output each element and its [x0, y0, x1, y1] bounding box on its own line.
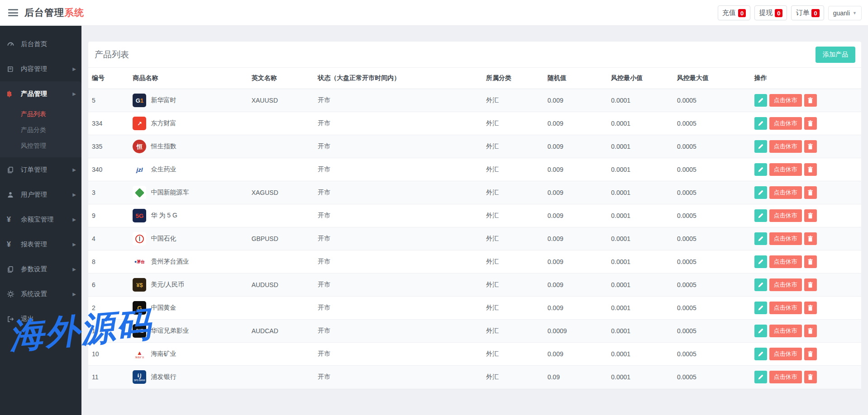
close-market-button[interactable]: 点击休市: [769, 325, 802, 337]
close-market-button[interactable]: 点击休市: [769, 302, 802, 314]
close-market-button[interactable]: 点击休市: [769, 278, 802, 291]
trash-icon: [807, 282, 813, 288]
edit-button[interactable]: [754, 325, 767, 337]
sidebar-item-后台首页[interactable]: 后台首页: [0, 32, 81, 57]
edit-button[interactable]: [754, 255, 767, 268]
row-risk-min: 0.0001: [607, 250, 673, 274]
sidebar-item-参数设置[interactable]: 参数设置▶: [0, 257, 81, 282]
edit-button[interactable]: [754, 209, 767, 222]
close-market-button[interactable]: 点击休市: [769, 209, 802, 222]
sidebar-item-用户管理[interactable]: 用户管理▶: [0, 182, 81, 207]
user-dropdown[interactable]: guanli ▼: [828, 6, 862, 20]
close-market-button[interactable]: 点击休市: [769, 255, 802, 268]
sidebar-item-label: 退出: [21, 315, 34, 323]
edit-button[interactable]: [754, 163, 767, 176]
edit-button[interactable]: [754, 371, 767, 383]
stat-button-提现[interactable]: 提现0: [754, 5, 787, 20]
row-actions: 点击休市: [751, 181, 861, 204]
delete-button[interactable]: [804, 255, 817, 268]
sidebar-subitem-产品分类[interactable]: 产品分类: [0, 122, 81, 138]
pencil-icon: [758, 282, 763, 288]
stat-count-badge: 0: [738, 9, 746, 17]
edit-button[interactable]: [754, 117, 767, 130]
row-category: 外汇: [482, 181, 544, 204]
pencil-icon: [758, 213, 763, 219]
column-header: 商品名称: [129, 68, 248, 89]
sidebar-item-报表管理[interactable]: ¥报表管理▶: [0, 232, 81, 257]
column-header: 编号: [88, 68, 129, 89]
close-market-button[interactable]: 点击休市: [769, 348, 802, 360]
row-status: 开市: [314, 181, 482, 204]
add-product-button[interactable]: 添加产品: [816, 47, 855, 63]
china-gold-logo: G: [133, 301, 146, 315]
delete-button[interactable]: [804, 371, 817, 383]
edit-button[interactable]: [754, 348, 767, 360]
edit-button[interactable]: [754, 94, 767, 107]
delete-button[interactable]: [804, 186, 817, 199]
user-icon: [7, 191, 18, 198]
delete-button[interactable]: [804, 232, 817, 245]
row-id: 5: [88, 89, 129, 112]
hamburger-menu-icon[interactable]: [8, 9, 18, 16]
delete-button[interactable]: [804, 209, 817, 222]
delete-button[interactable]: [804, 278, 817, 291]
close-market-button[interactable]: 点击休市: [769, 186, 802, 199]
row-product-name: 众生药业: [151, 165, 176, 174]
stat-button-订单[interactable]: 订单0: [791, 5, 824, 20]
row-status: 开市: [314, 297, 482, 320]
edit-button[interactable]: [754, 302, 767, 314]
stat-label: 提现: [759, 9, 773, 17]
delete-button[interactable]: [804, 140, 817, 153]
sidebar-item-退出[interactable]: 退出: [0, 307, 81, 331]
delete-button[interactable]: [804, 302, 817, 314]
edit-button[interactable]: [754, 232, 767, 245]
row-status: 开市: [314, 227, 482, 250]
close-market-button[interactable]: 点击休市: [769, 117, 802, 130]
table-row: 1华谊华谊兄弟影业AUDCAD开市外汇0.00090.00010.0005点击休…: [88, 320, 861, 343]
sidebar-item-label: 产品管理: [21, 90, 47, 98]
delete-button[interactable]: [804, 117, 817, 130]
row-product-name-cell: ●茅台贵州茅台酒业: [129, 250, 248, 274]
chevron-right-icon: ▶: [72, 242, 76, 247]
row-status: 开市: [314, 112, 482, 135]
stat-button-充值[interactable]: 充值0: [718, 5, 750, 20]
sidebar-item-label: 报表管理: [21, 240, 47, 249]
edit-button[interactable]: [754, 186, 767, 199]
close-market-button[interactable]: 点击休市: [769, 140, 802, 153]
row-product-name: 恒生指数: [151, 142, 176, 151]
row-product-name-cell: りSPD BANK浦发银行: [129, 366, 248, 389]
close-market-button[interactable]: 点击休市: [769, 232, 802, 245]
delete-button[interactable]: [804, 348, 817, 360]
sidebar-subitem-风控管理[interactable]: 风控管理: [0, 138, 81, 154]
row-id: 335: [88, 135, 129, 158]
delete-button[interactable]: [804, 94, 817, 107]
edit-button[interactable]: [754, 278, 767, 291]
pencil-icon: [758, 328, 763, 334]
trash-icon: [807, 143, 813, 150]
pencil-icon: [758, 190, 763, 196]
close-market-button[interactable]: 点击休市: [769, 94, 802, 107]
delete-button[interactable]: [804, 325, 817, 337]
sidebar-item-label: 余额宝管理: [21, 215, 54, 224]
row-category: 外汇: [482, 366, 544, 389]
sidebar-item-label: 系统设置: [21, 290, 47, 298]
close-market-button[interactable]: 点击休市: [769, 371, 802, 383]
close-market-button[interactable]: 点击休市: [769, 163, 802, 176]
sidebar-item-系统设置[interactable]: 系统设置▶: [0, 282, 81, 307]
row-random-value: 0.009: [544, 297, 608, 320]
row-status: 开市: [314, 250, 482, 274]
sidebar-item-内容管理[interactable]: 内容管理▶: [0, 57, 81, 81]
row-risk-min: 0.0001: [607, 274, 673, 297]
row-category: 外汇: [482, 274, 544, 297]
sidebar-item-订单管理[interactable]: 订单管理▶: [0, 157, 81, 182]
row-category: 外汇: [482, 227, 544, 250]
column-header: 所属分类: [482, 68, 544, 89]
files-icon: [7, 266, 18, 273]
row-risk-min: 0.0001: [607, 158, 673, 181]
row-actions: 点击休市: [751, 158, 861, 181]
sidebar-item-产品管理[interactable]: ฿产品管理▶: [0, 81, 81, 106]
sidebar-subitem-产品列表[interactable]: 产品列表: [0, 106, 81, 122]
sidebar-item-余额宝管理[interactable]: ¥余额宝管理▶: [0, 207, 81, 232]
edit-button[interactable]: [754, 140, 767, 153]
delete-button[interactable]: [804, 163, 817, 176]
